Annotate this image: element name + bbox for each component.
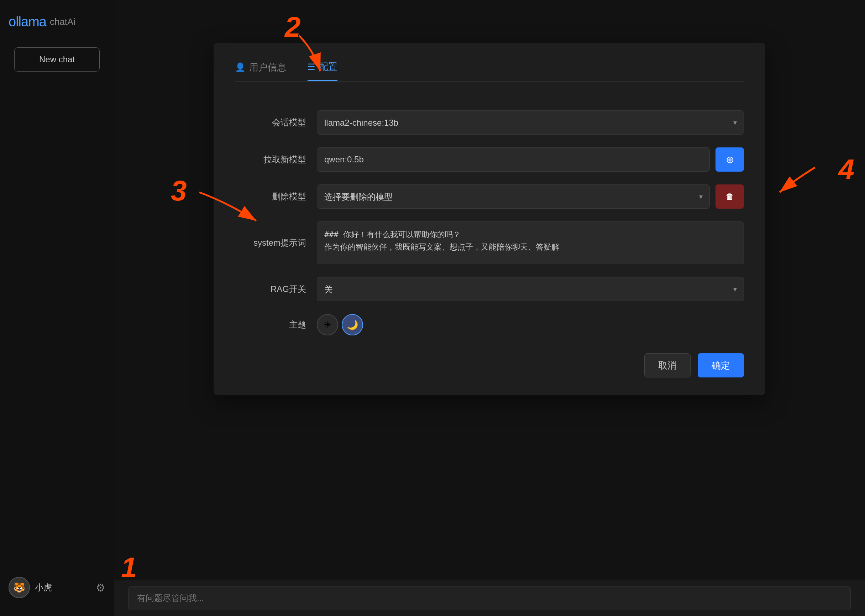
logo-ollama: ollama (9, 14, 46, 30)
annotation-3: 3 (171, 174, 187, 207)
system-prompt-control: ### 你好！有什么我可以帮助你的吗？ 作为你的智能伙伴，我既能写文案、想点子，… (317, 222, 744, 264)
model-control: llama2-chinese:13b ▾ (317, 110, 744, 135)
plus-icon: ⊕ (726, 154, 734, 166)
model-select-wrapper: llama2-chinese:13b ▾ (317, 110, 744, 135)
system-prompt-textarea[interactable]: ### 你好！有什么我可以帮助你的吗？ 作为你的智能伙伴，我既能写文案、想点子，… (317, 222, 744, 264)
sidebar: ollama chatAi New chat 🐯 小虎 ⚙ (0, 0, 114, 616)
logo-area: ollama chatAi (9, 14, 75, 30)
delete-model-control: 选择要删除的模型 ▾ 🗑 (317, 184, 744, 209)
theme-toggle-group: ☀ 🌙 (317, 314, 363, 335)
delete-model-select-wrapper: 选择要删除的模型 ▾ (317, 184, 710, 209)
modal-overlay: 2 👤 用户信息 ☰ 配置 (114, 0, 865, 616)
theme-dark-button[interactable]: 🌙 (342, 314, 363, 335)
pull-model-control: ⊕ (317, 148, 744, 171)
user-area: 🐯 小虎 (9, 577, 52, 598)
tab-config-label: 配置 (319, 61, 338, 73)
trash-icon: 🗑 (725, 192, 734, 201)
user-icon: 👤 (235, 62, 246, 72)
rag-select-wrapper: 关 ▾ (317, 277, 744, 301)
chat-input[interactable] (128, 586, 851, 610)
logo-chatai: chatAi (50, 16, 75, 27)
pull-model-row: 拉取新模型 ⊕ (235, 148, 744, 171)
annotation-2: 2 (285, 11, 301, 44)
rag-select[interactable]: 关 (317, 277, 744, 301)
gear-icon[interactable]: ⚙ (96, 581, 105, 594)
annotation-4: 4 (839, 153, 855, 186)
avatar: 🐯 (9, 577, 30, 598)
delete-model-row: 删除模型 选择要删除的模型 ▾ 🗑 (235, 184, 744, 209)
cancel-button[interactable]: 取消 (644, 353, 691, 377)
delete-model-button[interactable]: 🗑 (716, 184, 744, 209)
config-icon: ☰ (308, 62, 316, 72)
new-chat-button[interactable]: New chat (14, 47, 100, 72)
model-select[interactable]: llama2-chinese:13b (317, 110, 744, 135)
tab-user-info[interactable]: 👤 用户信息 (235, 61, 286, 81)
rag-label: RAG开关 (235, 283, 306, 295)
sidebar-bottom: 🐯 小虎 ⚙ (0, 577, 114, 598)
delete-model-select[interactable]: 选择要删除的模型 (317, 184, 710, 209)
main-area: 1 2 👤 用户信息 ☰ 配 (114, 0, 865, 616)
rag-control: 关 ▾ (317, 277, 744, 301)
theme-light-button[interactable]: ☀ (317, 314, 338, 335)
pull-model-input[interactable] (317, 148, 710, 171)
pull-model-button[interactable]: ⊕ (716, 148, 744, 171)
system-prompt-label: system提示词 (235, 237, 306, 248)
theme-row: 主题 ☀ 🌙 (235, 314, 744, 335)
theme-control: ☀ 🌙 (317, 314, 744, 335)
system-prompt-row: system提示词 ### 你好！有什么我可以帮助你的吗？ 作为你的智能伙伴，我… (235, 222, 744, 264)
tab-config[interactable]: ☰ 配置 (308, 61, 338, 81)
rag-row: RAG开关 关 ▾ (235, 277, 744, 301)
model-label: 会话模型 (235, 117, 306, 128)
moon-icon: 🌙 (347, 319, 358, 330)
sun-icon: ☀ (323, 319, 332, 330)
modal-footer: 取消 确定 (235, 353, 744, 377)
delete-model-label: 删除模型 (235, 191, 306, 202)
pull-model-label: 拉取新模型 (235, 154, 306, 165)
modal-tabs: 👤 用户信息 ☰ 配置 (235, 61, 744, 82)
tab-user-info-label: 用户信息 (249, 61, 286, 74)
theme-label: 主题 (235, 319, 306, 330)
settings-modal: 👤 用户信息 ☰ 配置 3 (214, 43, 765, 395)
confirm-button[interactable]: 确定 (698, 353, 744, 377)
username-label: 小虎 (35, 582, 52, 593)
input-area (114, 580, 865, 616)
model-row: 会话模型 llama2-chinese:13b ▾ (235, 110, 744, 135)
arrow-4 (758, 157, 829, 206)
